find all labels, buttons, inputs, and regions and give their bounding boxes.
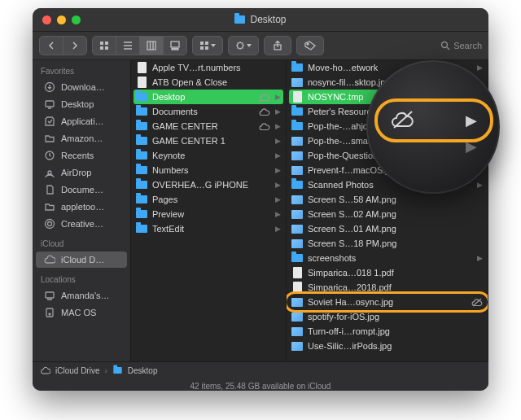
sidebar-item-label: appletoo…: [61, 202, 104, 212]
file-row[interactable]: Numbers▶: [131, 163, 286, 177]
svg-point-28: [46, 220, 55, 229]
img-icon: [291, 164, 303, 176]
file-row[interactable]: spotify-for-iOS.jpg: [287, 309, 488, 324]
file-name: Apple TV…rt.numbers: [152, 63, 281, 72]
folder-icon: [291, 252, 303, 264]
file-row[interactable]: Preview▶: [131, 207, 286, 221]
svg-point-21: [442, 42, 448, 48]
close-window-button[interactable]: [42, 15, 51, 24]
search-field[interactable]: Search: [440, 41, 482, 50]
cc-icon: [44, 218, 55, 230]
file-name: GAME CENTER 1: [152, 136, 270, 146]
chevron-right-icon: ▶: [477, 254, 483, 262]
file-row[interactable]: GAME CENTER 1▶: [131, 133, 286, 148]
action-button[interactable]: [229, 37, 258, 55]
img-icon: [291, 326, 303, 337]
chevron-right-icon: ▶: [275, 210, 281, 218]
list-view-button[interactable]: [116, 37, 139, 55]
file-name: Desktop: [152, 92, 252, 102]
chevron-right-icon: ▶: [275, 151, 281, 160]
share-button[interactable]: [264, 36, 291, 55]
zoom-window-button[interactable]: [72, 15, 81, 24]
img-icon: [291, 150, 303, 161]
file-row[interactable]: GAME CENTER▶: [131, 119, 286, 133]
file-row[interactable]: Soviet Ha…osync.jpg: [287, 295, 488, 309]
sidebar-item[interactable]: Applicati…: [36, 113, 127, 129]
gallery-view-button[interactable]: [164, 37, 186, 55]
file-row[interactable]: Screen S…58 AM.png: [287, 192, 488, 207]
sidebar-item-label: Amazon…: [61, 133, 103, 143]
chevron-right-icon: ▶: [275, 225, 281, 233]
img-icon: [291, 238, 303, 249]
file-row[interactable]: ATB Open & Close: [131, 75, 286, 90]
back-button[interactable]: [40, 37, 63, 55]
sidebar-item-label: iCloud D…: [61, 255, 104, 265]
sidebar-item[interactable]: Amanda's…: [36, 287, 127, 304]
chevron-right-icon: ▶: [275, 137, 281, 145]
icon-view-button[interactable]: [93, 37, 116, 55]
file-row[interactable]: OVERHEA…G iPHONE▶: [131, 177, 286, 192]
status-bar: 42 items, 25.48 GB available on iCloud: [33, 378, 488, 391]
sidebar-item[interactable]: appletoo…: [36, 199, 127, 215]
file-row[interactable]: screenshots▶: [287, 251, 488, 265]
file-row[interactable]: Pages▶: [131, 192, 286, 207]
file-name: Screen S…02 AM.png: [308, 209, 483, 219]
sidebar-item-label: Amanda's…: [61, 291, 110, 300]
folder-icon: [291, 62, 303, 73]
sidebar-item[interactable]: Desktop: [36, 96, 127, 112]
file-row[interactable]: Apple TV…rt.numbers: [131, 60, 286, 75]
file-row[interactable]: Screen S…01 AM.png: [287, 221, 488, 236]
arrange-button[interactable]: [193, 37, 222, 55]
file-row[interactable]: Documents▶: [131, 104, 286, 119]
airdrop-icon: [44, 167, 55, 178]
sidebar-item[interactable]: AirDrop: [36, 164, 127, 181]
chevron-right-icon: ▶: [477, 181, 483, 189]
chevron-right-icon: ▶: [275, 195, 281, 203]
tags-button[interactable]: [296, 36, 324, 55]
path-segment[interactable]: iCloud Drive: [55, 366, 99, 375]
download-icon: [44, 81, 55, 93]
magnifier-callout: ▶ ▶: [366, 60, 500, 194]
column-view-button[interactable]: [140, 37, 163, 55]
file-name: Preview: [152, 209, 270, 219]
file-name: Keynote: [152, 151, 270, 160]
sidebar-item[interactable]: Downloa…: [36, 79, 127, 95]
file-name: OVERHEA…G iPHONE: [152, 180, 270, 190]
file-row[interactable]: TextEdit▶: [131, 221, 286, 236]
file-row[interactable]: Simparica…018 1.pdf: [287, 265, 488, 280]
arrange-group: [192, 36, 223, 55]
folder-icon: [44, 201, 55, 212]
minimize-window-button[interactable]: [57, 15, 66, 24]
file-row[interactable]: Desktop▶: [134, 90, 283, 104]
sidebar-item[interactable]: Creative…: [36, 216, 127, 232]
file-row[interactable]: Keynote▶: [131, 148, 286, 163]
pdf-icon: [291, 282, 303, 293]
sidebar-item[interactable]: MAC OS: [36, 304, 127, 321]
path-bar[interactable]: iCloud Drive › Desktop: [33, 361, 488, 378]
doc-icon: [291, 91, 303, 103]
forward-button[interactable]: [63, 37, 86, 55]
sidebar-item[interactable]: iCloud D…: [36, 252, 127, 268]
file-row[interactable]: Screen S…02 AM.png: [287, 207, 488, 221]
file-row[interactable]: Turn-off-i…rompt.jpg: [287, 324, 488, 339]
action-group: [228, 36, 259, 55]
folder-icon: [113, 367, 121, 374]
img-icon: [291, 296, 303, 308]
column-1[interactable]: Apple TV…rt.numbersATB Open & CloseDeskt…: [131, 60, 287, 361]
sidebar-item[interactable]: Amazon…: [36, 130, 127, 147]
file-name: Turn-off-i…rompt.jpg: [308, 326, 483, 336]
svg-rect-15: [205, 42, 208, 45]
sidebar-item-label: Docume…: [61, 185, 103, 195]
sidebar-item[interactable]: Docume…: [36, 182, 127, 198]
folder-icon: [136, 106, 147, 117]
svg-rect-24: [46, 101, 54, 107]
view-switcher: [92, 36, 187, 55]
svg-rect-16: [200, 46, 204, 50]
pdf-icon: [291, 267, 303, 278]
file-row[interactable]: Screen S…18 PM.png: [287, 236, 488, 251]
path-segment[interactable]: Desktop: [128, 366, 158, 375]
sidebar-item[interactable]: Recents: [36, 147, 127, 164]
file-row[interactable]: Simparica…2018.pdf: [287, 280, 488, 295]
cloud-icon: [41, 366, 50, 374]
file-row[interactable]: Use-Silic…irPods.jpg: [287, 339, 488, 353]
